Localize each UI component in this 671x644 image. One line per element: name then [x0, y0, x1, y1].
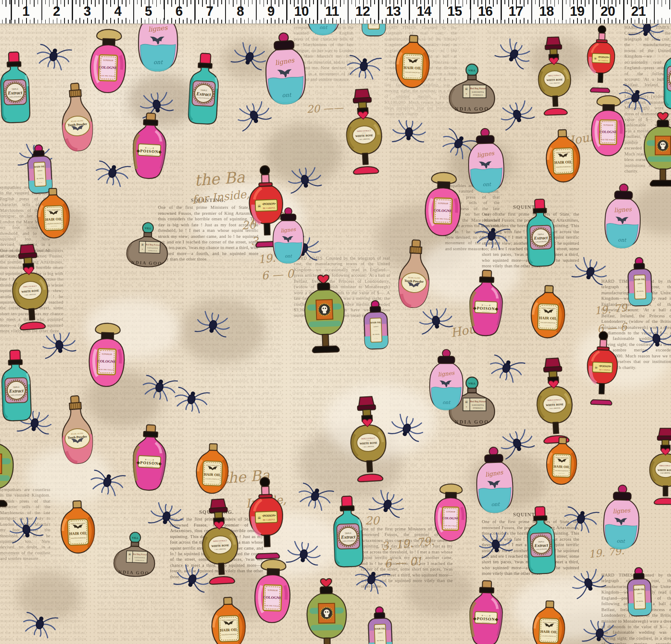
ruler-inch-tick [592, 0, 594, 20]
ruler-inch-tick [41, 0, 43, 20]
bottle-poison-flask [127, 111, 172, 186]
bottle-poison-urn [585, 24, 617, 94]
handwriting-script: 20 —— [306, 102, 344, 115]
bottle-cologne [250, 556, 295, 633]
spider-icon [390, 119, 427, 152]
inch-ruler: 123456789101112131415161718192021 [0, 0, 671, 24]
bottle-hair-oil [35, 187, 71, 243]
bottle-bat-bottle [474, 446, 515, 518]
bottle-hair-oil [545, 436, 579, 489]
bottle-tooth-powder [56, 394, 98, 469]
bottle-hair-oil [529, 284, 567, 342]
spider-icon [286, 165, 325, 201]
ruler-number: 15 [447, 4, 462, 19]
bottle-tooth-powder [56, 81, 98, 156]
ruler-inch-tick [623, 0, 624, 20]
bottle-hair-oil [544, 128, 582, 187]
bottle-white-rose [341, 86, 387, 178]
bottle-cologne [431, 481, 471, 550]
bottle-cologne [587, 93, 629, 166]
ruler-number: 2 [53, 4, 60, 19]
bottle-green-skull [0, 427, 15, 511]
bottle-cologne [420, 169, 466, 246]
ruler-inch-tick [654, 0, 655, 20]
ruler-inch-tick [11, 0, 12, 20]
bottle-extract [328, 495, 368, 575]
bottle-extract [0, 50, 35, 131]
ruler-inch-tick [378, 0, 379, 20]
ruler-number: 3 [84, 4, 91, 19]
spider-icon [490, 35, 535, 79]
ruler-inch-tick [225, 0, 226, 20]
bottle-poison-flask [127, 423, 172, 498]
ruler-number: 9 [267, 4, 275, 19]
ruler-number: 21 [631, 4, 646, 19]
spider-icon [638, 324, 671, 360]
ruler-inch-tick [103, 0, 104, 20]
bottle-poison-flask [465, 268, 508, 342]
bottle-white-rose [534, 34, 574, 118]
ruler-number: 1 [22, 4, 29, 19]
bottle-cologne [84, 320, 129, 397]
ruler-inch-tick [194, 0, 196, 20]
ruler-number: 7 [206, 4, 213, 19]
ruler-number: 19 [570, 4, 584, 19]
spider-icon [34, 35, 74, 72]
bottle-hair-oil [59, 499, 97, 558]
bottle-green-skull [302, 272, 348, 357]
bottle-white-rose [532, 355, 577, 447]
bottle-hair-oil-small [364, 606, 396, 644]
ruler-inch-tick [531, 0, 533, 20]
ruler-number: 4 [114, 4, 121, 19]
ruler-inch-tick [440, 0, 441, 20]
ruler-number: 11 [325, 4, 340, 19]
bottle-extract [522, 505, 560, 581]
handwriting-script: the Ba [194, 168, 246, 189]
bottle-extract [0, 348, 36, 429]
bottle-tooth-powder [394, 238, 434, 313]
bottle-hair-oil-small [624, 567, 655, 619]
ruler-inch-tick [133, 0, 135, 20]
bottle-hair-oil [530, 599, 567, 644]
bottle-bat-bottle [262, 31, 308, 110]
bottle-india-goods [125, 221, 169, 272]
bottle-extract [183, 51, 224, 132]
ruler-number: 8 [237, 4, 244, 19]
ruler-number: 13 [386, 4, 401, 19]
ruler-inch-tick [470, 0, 472, 20]
ruler-number: 18 [539, 4, 554, 19]
ruler-inch-tick [409, 0, 410, 20]
bottle-green-skull [643, 111, 671, 190]
ruler-inch-tick [164, 0, 165, 20]
fabric-swatch: SQUINTING. One of the first prime Minist… [0, 0, 671, 644]
bottle-white-rose [346, 393, 391, 485]
spider-icon [345, 46, 384, 81]
ruler-number: 14 [417, 4, 431, 19]
bottle-white-rose [6, 241, 53, 333]
ruler-number: 20 [601, 4, 615, 19]
bottle-extract [660, 37, 671, 117]
ruler-inch-tick [348, 0, 349, 20]
ruler-inch-tick [317, 0, 318, 20]
bottle-poison-urn [585, 330, 620, 406]
ruler-inch-tick [72, 0, 73, 20]
bottle-poison-flask [465, 579, 508, 644]
bottle-hair-oil [194, 442, 230, 498]
bottle-green-skull [305, 577, 349, 644]
bottle-hair-oil-small [360, 300, 392, 352]
ruler-inch-tick [562, 0, 563, 20]
bottle-bat-bottle [601, 484, 642, 554]
ruler-number: 17 [509, 4, 523, 19]
ruler-inch-tick [256, 0, 257, 20]
bottle-hair-oil-small [624, 257, 656, 309]
bottle-white-rose [647, 426, 671, 507]
ruler-inch-tick [501, 0, 502, 20]
ruler-number: 10 [294, 4, 309, 19]
bottle-white-rose [197, 496, 243, 588]
bottle-india-goods [112, 530, 156, 582]
bottle-hair-oil [209, 595, 248, 644]
bottle-hair-oil [393, 33, 432, 92]
spider-icon [8, 515, 47, 550]
ruler-number: 5 [145, 4, 152, 19]
bottle-extract [522, 197, 560, 274]
